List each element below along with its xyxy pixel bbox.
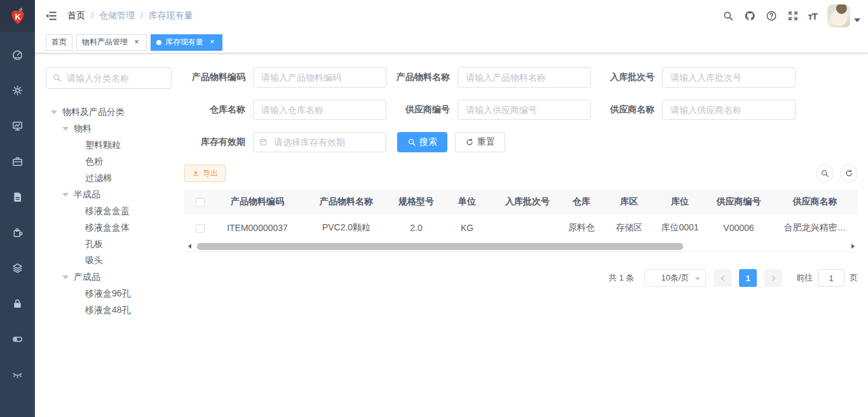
- export-button[interactable]: 导出: [184, 164, 226, 182]
- horizontal-scrollbar[interactable]: [184, 241, 858, 252]
- filter-field-产品物料名称: 产品物料名称: [389, 67, 593, 88]
- tree-node-半成品[interactable]: 半成品: [46, 187, 178, 203]
- text-input-入库批次号[interactable]: [662, 67, 796, 88]
- pagination: 共 1 条 10条/页 1 前往: [184, 269, 858, 287]
- filter-field-仓库名称: 仓库名称: [184, 100, 389, 120]
- header-cell-单位: 单位: [438, 196, 496, 208]
- github-link-button[interactable]: [742, 8, 758, 24]
- tree-node-移液盒96孔[interactable]: 移液盒96孔: [46, 286, 178, 302]
- filter-field-产品物料编码: 产品物料编码: [184, 67, 389, 88]
- sidebar-item-dashboard[interactable]: [0, 37, 35, 72]
- fullscreen-icon: [787, 10, 799, 22]
- category-search-input[interactable]: [46, 67, 172, 89]
- tree-node-物料[interactable]: 物料: [46, 121, 178, 137]
- tree-node-label: 物料及产品分类: [62, 107, 125, 118]
- reset-button[interactable]: 重置: [455, 132, 505, 152]
- sidebar-item-eye-closed[interactable]: [0, 357, 35, 392]
- tree-node-label: 吸头: [85, 255, 103, 267]
- tree-node-塑料颗粒[interactable]: 塑料颗粒: [46, 137, 178, 154]
- avatar[interactable]: [827, 4, 850, 27]
- chevron-left-icon: [719, 274, 727, 282]
- dashboard-icon: [11, 49, 24, 61]
- font-size-button[interactable]: тT: [806, 8, 818, 24]
- tree-node-移液盒盒盖[interactable]: 移液盒盒盖: [46, 203, 178, 220]
- next-page-button[interactable]: [764, 269, 782, 287]
- sidebar-item-toggle[interactable]: [0, 321, 35, 357]
- header-cell-产品物料名称: 产品物料名称: [299, 196, 394, 208]
- prev-page-button[interactable]: [714, 269, 731, 287]
- refresh-button[interactable]: [840, 164, 858, 182]
- filter-row: 库存有效期搜索重置: [184, 132, 858, 152]
- expand-arrow-icon[interactable]: [51, 110, 57, 114]
- sidebar-item-layers[interactable]: [0, 250, 35, 286]
- tree-node-孔板[interactable]: 孔板: [46, 236, 178, 253]
- text-input-供应商编号[interactable]: [458, 100, 591, 120]
- date-input-库存有效期[interactable]: [253, 132, 386, 152]
- tree-node-移液盒48孔[interactable]: 移液盒48孔: [46, 302, 178, 319]
- help-button[interactable]: [763, 8, 780, 24]
- table-row[interactable]: ITEM00000037PVC2.0颗粒2.0KG原料仓存储区库位0001V00…: [184, 214, 858, 241]
- tab-库存现有量[interactable]: 库存现有量×: [151, 34, 222, 51]
- row-checkbox[interactable]: [196, 224, 205, 233]
- close-icon[interactable]: ×: [208, 38, 217, 47]
- expand-arrow-icon[interactable]: [62, 127, 69, 131]
- tree-node-label: 过滤棉: [85, 173, 112, 184]
- fullscreen-button[interactable]: [785, 8, 801, 24]
- page-size-select[interactable]: 10条/页: [644, 269, 706, 287]
- sidebar-menu: [0, 32, 35, 392]
- refresh-icon: [465, 138, 474, 147]
- tab-首页[interactable]: 首页: [46, 34, 72, 51]
- row-cell: ITEM00000037: [216, 223, 299, 233]
- table-toolbar: 导出: [184, 164, 858, 182]
- sidebar-item-document[interactable]: [0, 179, 35, 215]
- text-input-产品物料编码[interactable]: [253, 67, 386, 88]
- app-logo[interactable]: K: [0, 0, 35, 32]
- tree-node-label: 孔板: [85, 239, 103, 250]
- sidebar-item-monitor-chart[interactable]: [0, 108, 35, 143]
- tree-node-label: 移液盒96孔: [85, 288, 131, 300]
- toggle-search-button[interactable]: [816, 164, 834, 182]
- row-cell: 库位0001: [654, 222, 705, 234]
- briefcase-icon: [11, 156, 24, 168]
- text-input-仓库名称[interactable]: [253, 100, 386, 120]
- sidebar-item-gear[interactable]: [0, 72, 35, 108]
- active-dot: [156, 40, 161, 45]
- sidebar-item-briefcase[interactable]: [0, 143, 35, 179]
- breadcrumb-item[interactable]: 首页: [67, 10, 85, 22]
- search-button[interactable]: 搜索: [397, 132, 447, 152]
- tree-node-label: 半成品: [74, 189, 100, 201]
- tree-node-产成品[interactable]: 产成品: [46, 269, 178, 286]
- scroll-left-arrow-icon[interactable]: [184, 241, 194, 251]
- scrollbar-thumb[interactable]: [197, 243, 683, 250]
- expand-arrow-icon[interactable]: [62, 275, 69, 279]
- sidebar-item-puzzle[interactable]: [0, 215, 35, 250]
- export-button-label: 导出: [203, 168, 218, 179]
- page-number-1[interactable]: 1: [739, 269, 757, 287]
- header-search-button[interactable]: [720, 8, 736, 24]
- goto-page-input[interactable]: [818, 269, 844, 287]
- row-cell: PVC2.0颗粒: [299, 222, 394, 234]
- tree-node-吸头[interactable]: 吸头: [46, 253, 178, 269]
- tree-node-色粉[interactable]: 色粉: [46, 154, 178, 170]
- filter-field-供应商编号: 供应商编号: [389, 100, 593, 120]
- tree-node-移液盒盒体[interactable]: 移液盒盒体: [46, 220, 178, 236]
- tree-node-过滤棉[interactable]: 过滤棉: [46, 170, 178, 187]
- tags-view-bar: 首页物料产品管理×库存现有量×: [35, 32, 868, 53]
- question-circle-icon: [766, 10, 777, 22]
- sidebar-item-lock[interactable]: [0, 286, 35, 321]
- text-input-供应商名称[interactable]: [662, 100, 796, 120]
- svg-text:K: K: [15, 12, 21, 22]
- hamburger-icon[interactable]: [44, 10, 57, 22]
- close-icon[interactable]: ×: [132, 38, 141, 47]
- chevron-down-icon[interactable]: [854, 18, 860, 22]
- tab-label: 首页: [51, 37, 67, 48]
- text-input-产品物料名称[interactable]: [458, 67, 591, 88]
- header-cell-仓库: 仓库: [559, 196, 604, 208]
- search-small-icon: [407, 138, 416, 147]
- layers-icon: [11, 262, 24, 274]
- expand-arrow-icon[interactable]: [62, 193, 69, 197]
- scroll-right-arrow-icon[interactable]: [848, 241, 858, 251]
- tree-node-物料及产品分类[interactable]: 物料及产品分类: [46, 104, 178, 121]
- select-all-checkbox[interactable]: [196, 198, 205, 207]
- tab-物料产品管理[interactable]: 物料产品管理×: [76, 34, 147, 51]
